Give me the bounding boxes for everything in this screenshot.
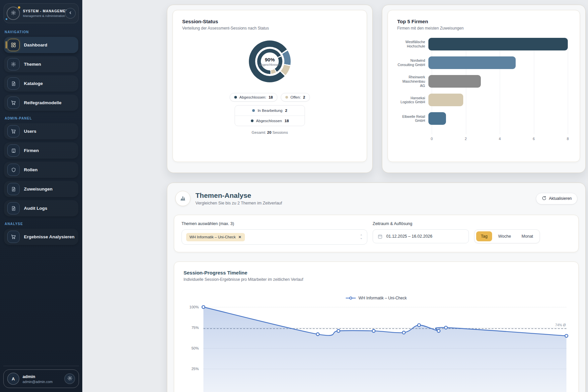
zeitraum-label: Zeitraum & Auflösung [373,221,571,226]
status-list-row: Abgeschlossen18 [235,116,305,126]
sidebar-item-users[interactable]: Users [4,123,78,139]
session-status-title: Session-Status [182,19,357,24]
data-point [372,330,375,333]
app-logo-card: SYSTEM - MANAGEMENT Management & Adminis… [4,3,79,23]
resolution-woche-button[interactable]: Woche [493,231,516,241]
nav-section-label: ADMIN-PANEL [5,117,78,120]
sidebar-item-firmen[interactable]: Firmen [4,142,78,159]
bar-3 [428,75,481,88]
user-settings-button[interactable] [64,373,75,384]
session-status-donut-chart: 90% abgeschlossen [249,40,291,82]
y-axis-label: 50% [184,346,199,350]
building-icon [7,144,20,157]
top-firmen-card: Top 5 Firmen Firmen mit den meisten Zuwe… [388,10,580,162]
gear-icon [67,375,73,382]
themen-analyse-subtitle: Vergleichen Sie bis zu 2 Themen im Zeitv… [195,201,282,205]
sidebar-navigation: NAVIGATIONDashboardThemenKatalogeReifegr… [0,25,82,366]
file-icon [7,77,20,90]
shield-icon [7,164,20,176]
data-point [337,330,340,333]
sidebar-item-audit-logs[interactable]: Audit Logs [4,200,78,216]
data-point [316,333,319,336]
chevron-updown-icon: ⌃⌄ [360,235,363,239]
sidebar-item-label: Kataloge [24,81,43,86]
sidebar-item-label: Rollen [24,167,37,172]
top-firmen-bar-chart: Westfälische HochschuleNordwind Consulti… [397,38,570,143]
nav-section-label: NAVIGATION [5,30,78,34]
sidebar-item-zuweisungen[interactable]: Zuweisungen [4,181,78,197]
session-progress-card: Session-Progress Timeline Individuelle S… [174,262,579,392]
selected-thema-chip: WH Informatik – Uni-Check ✕ [186,233,245,241]
sidebar-item-label: Audit Logs [24,206,47,211]
bar-2 [428,56,516,69]
themen-select[interactable]: WH Informatik – Uni-Check ✕ ⌃⌄ [182,229,367,245]
sidebar-item-ergebnisse-analysieren[interactable]: Ergebnisse Analysieren [4,229,78,245]
data-point [202,306,205,309]
gear-icon [11,10,16,17]
y-axis-label: 100% [184,305,199,309]
sidebar-item-themen[interactable]: Themen [4,56,78,72]
top-firmen-title: Top 5 Firmen [397,19,570,24]
file-icon [7,183,20,195]
data-point [444,326,447,329]
sidebar-item-label: Reifegradmodelle [24,100,61,105]
session-status-subtitle: Verteilung der Assessment-Sessions nach … [182,26,357,31]
bar-5 [428,112,446,125]
sidebar: SYSTEM - MANAGEMENT Management & Adminis… [0,0,82,392]
timeline-line-chart: 100%75%50%25%74% Ø [184,304,569,392]
firmen-bar-row: Hansekai Logistics GmbH [397,94,570,106]
analysis-controls: Themen auswählen (max. 3) WH Informatik … [174,215,579,252]
top-firmen-subtitle: Firmen mit den meisten Zuweisungen [397,26,570,31]
legend-series-name: WH Informatik – Uni-Check [358,296,406,300]
sidebar-item-kataloge[interactable]: Kataloge [4,75,78,92]
legend-line-marker-icon [346,296,356,300]
calendar-icon [378,234,383,239]
logo-accent-dot-gold [18,6,20,9]
resolution-tag-button[interactable]: Tag [476,231,492,241]
session-status-card: Session-Status Verteilung der Assessment… [173,10,367,162]
data-point [565,334,568,337]
chevron-left-icon [68,10,73,16]
status-pill: Abgeschlossen:18 [230,93,277,102]
top-firmen-card-wrapper: Top 5 Firmen Firmen mit den meisten Zuwe… [382,5,586,173]
user-card[interactable]: A admin admin@admin.com [3,369,79,388]
data-point [437,330,440,333]
refresh-button[interactable]: Aktualisieren [536,193,577,204]
user-email: admin@admin.com [23,380,61,384]
resolution-monat-button[interactable]: Monat [517,231,538,241]
bar-1 [428,38,568,50]
app-subtitle: Management & Administration [23,14,62,18]
themen-analyse-card: Themen-Analyse Vergleichen Sie bis zu 2 … [167,183,586,392]
avatar: A [7,373,19,385]
logo-accent-dot-blue [6,18,7,20]
sidebar-item-rollen[interactable]: Rollen [4,162,78,178]
y-axis-label: 25% [184,367,199,371]
file-icon [7,202,20,214]
firmen-bar-row: Rheinwerk Maschinenbau AG [397,75,570,88]
timeline-subtitle: Individuelle Session-Ergebnisse pro Mita… [184,277,569,282]
cart-icon [7,97,20,109]
firmen-bar-row: Nordwind Consulting GmbH [397,56,570,69]
app-logo [7,7,20,20]
status-legend-list: In Bearbeitung2Abgeschlossen18 [235,105,305,126]
donut-center-label: abgeschlossen [259,63,280,66]
status-list-row: In Bearbeitung2 [235,106,305,116]
donut-center-value: 90% [265,57,275,62]
status-legend-pills: Abgeschlossen:18Offen:2 [230,93,310,102]
timeline-legend: WH Informatik – Uni-Check [184,296,569,300]
sidebar-item-reifegradmodelle[interactable]: Reifegradmodelle [4,95,78,111]
sidebar-item-label: Firmen [24,148,39,153]
cart-icon [7,125,20,137]
cart-icon [7,231,20,243]
themen-analyse-title: Themen-Analyse [195,192,282,199]
data-point [402,331,405,334]
themen-select-label: Themen auswählen (max. 3) [182,221,367,226]
sidebar-item-dashboard[interactable]: Dashboard [4,37,78,53]
y-axis-label: 75% [184,326,199,330]
sidebar-collapse-button[interactable] [65,8,76,19]
user-name: admin [23,374,61,379]
app-title: SYSTEM - MANAGEMENT [23,9,62,13]
date-range-input[interactable]: 01.12.2025 – 16.02.2026 [373,229,469,243]
main-content: Session-Status Verteilung der Assessment… [82,0,588,392]
chip-remove-icon[interactable]: ✕ [238,235,241,239]
